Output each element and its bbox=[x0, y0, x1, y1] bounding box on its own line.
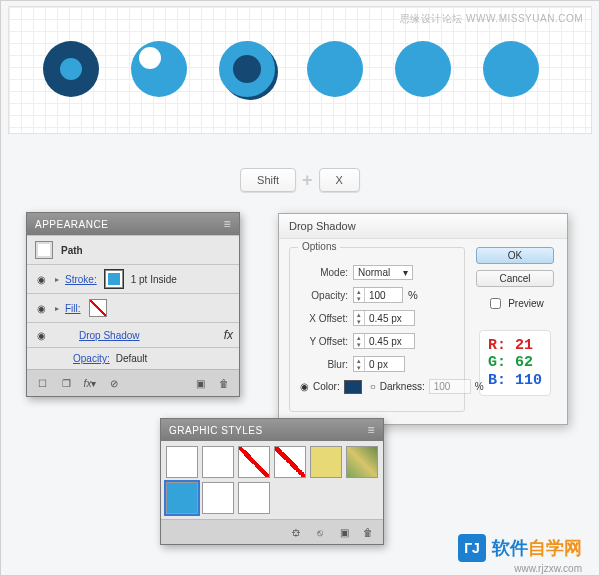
opacity-label: Opacity: bbox=[300, 290, 348, 301]
fill-none-swatch[interactable] bbox=[89, 299, 107, 317]
appearance-panel: APPEARANCE ≡ Path ◉ ▸ Stroke: 1 pt Insid… bbox=[26, 212, 240, 397]
style-swatch[interactable] bbox=[310, 446, 342, 478]
xoffset-label: X Offset: bbox=[300, 313, 348, 324]
appearance-row-opacity[interactable]: Opacity: Default bbox=[27, 347, 239, 369]
rgb-readout: R: 21 G: 62 B: 110 bbox=[479, 330, 551, 396]
new-style-icon[interactable]: ▣ bbox=[337, 525, 351, 539]
break-link-icon[interactable]: ⎋ bbox=[313, 525, 327, 539]
fx-icon[interactable]: fx bbox=[224, 328, 233, 342]
no-fill-icon[interactable]: ☐ bbox=[35, 376, 49, 390]
brand-icon: ГJ bbox=[458, 534, 486, 562]
drop-shadow-link[interactable]: Drop Shadow bbox=[79, 330, 140, 341]
percent-suffix: % bbox=[408, 289, 418, 301]
radio-on-icon: ◉ bbox=[300, 381, 309, 392]
darkness-input: 100 bbox=[429, 379, 471, 394]
mode-select[interactable]: Normal▾ bbox=[353, 265, 413, 280]
sample-circle-1 bbox=[43, 41, 99, 97]
options-fieldset: Options Mode: Normal▾ Opacity: ▴▾ 100 % … bbox=[289, 247, 465, 412]
yoffset-input[interactable]: ▴▾ 0.45 px bbox=[353, 333, 415, 349]
style-swatch[interactable] bbox=[274, 446, 306, 478]
brand-url: www.rjzxw.com bbox=[514, 563, 582, 574]
disclosure-triangle-icon[interactable]: ▸ bbox=[55, 304, 59, 313]
panel-menu-icon[interactable]: ≡ bbox=[367, 423, 375, 437]
brand-logo: ГJ 软件自学网 bbox=[458, 534, 582, 562]
fill-link[interactable]: Fill: bbox=[65, 303, 81, 314]
brand-text-a: 软件 bbox=[492, 538, 528, 558]
key-shift: Shift bbox=[240, 168, 296, 192]
cancel-button[interactable]: Cancel bbox=[476, 270, 554, 287]
library-icon[interactable]: ⯐ bbox=[289, 525, 303, 539]
opacity-link[interactable]: Opacity: bbox=[73, 353, 110, 364]
style-swatch[interactable] bbox=[238, 446, 270, 478]
sample-circle-6 bbox=[483, 41, 539, 97]
disclosure-triangle-icon[interactable]: ▸ bbox=[55, 275, 59, 284]
style-swatch[interactable] bbox=[346, 446, 378, 478]
path-label: Path bbox=[61, 245, 83, 256]
watermark-top: 思缘设计论坛 WWW.MISSYUAN.COM bbox=[400, 12, 583, 26]
sample-circle-5 bbox=[395, 41, 451, 97]
graphic-styles-footer: ⯐ ⎋ ▣ 🗑 bbox=[161, 519, 383, 544]
graphic-styles-title: GRAPHIC STYLES bbox=[169, 425, 263, 436]
visibility-eye-icon[interactable]: ◉ bbox=[33, 330, 49, 341]
key-x: X bbox=[319, 168, 360, 192]
appearance-row-drop-shadow[interactable]: ◉ Drop Shadow fx bbox=[27, 322, 239, 347]
trash-icon[interactable]: 🗑 bbox=[361, 525, 375, 539]
graphic-styles-header[interactable]: GRAPHIC STYLES ≡ bbox=[161, 419, 383, 441]
mode-label: Mode: bbox=[300, 267, 348, 278]
blur-label: Blur: bbox=[300, 359, 348, 370]
trash-icon[interactable]: 🗑 bbox=[217, 376, 231, 390]
appearance-panel-header[interactable]: APPEARANCE ≡ bbox=[27, 213, 239, 235]
visibility-eye-icon[interactable]: ◉ bbox=[33, 274, 49, 285]
plus-icon: + bbox=[302, 170, 313, 191]
keyboard-shortcut-hint: Shift + X bbox=[240, 168, 360, 192]
color-radio[interactable]: ◉ Color: bbox=[300, 380, 362, 394]
style-swatch[interactable] bbox=[202, 446, 234, 478]
stroke-value[interactable]: 1 pt Inside bbox=[131, 274, 177, 285]
chevron-down-icon: ▾ bbox=[403, 267, 408, 278]
radio-off-icon: ○ bbox=[370, 381, 376, 392]
ok-button[interactable]: OK bbox=[476, 247, 554, 264]
panel-menu-icon[interactable]: ≡ bbox=[223, 217, 231, 231]
appearance-row-stroke[interactable]: ◉ ▸ Stroke: 1 pt Inside bbox=[27, 264, 239, 293]
drop-shadow-dialog: Drop Shadow Options Mode: Normal▾ Opacit… bbox=[278, 213, 568, 425]
darkness-radio[interactable]: ○ Darkness: 100 % bbox=[370, 379, 484, 394]
blur-input[interactable]: ▴▾ 0 px bbox=[353, 356, 405, 372]
sample-circle-4 bbox=[307, 41, 363, 97]
stroke-swatch[interactable] bbox=[105, 270, 123, 288]
style-swatch-selected[interactable] bbox=[166, 482, 198, 514]
clear-icon[interactable]: ⊘ bbox=[107, 376, 121, 390]
opacity-value: Default bbox=[116, 353, 148, 364]
dialog-title: Drop Shadow bbox=[279, 214, 567, 239]
appearance-row-path[interactable]: Path bbox=[27, 235, 239, 264]
appearance-panel-footer: ☐ ❐ fx▾ ⊘ ▣ 🗑 bbox=[27, 369, 239, 396]
path-thumb-icon bbox=[35, 241, 53, 259]
graphic-styles-grid bbox=[161, 441, 383, 519]
style-swatch[interactable] bbox=[166, 446, 198, 478]
artboard-grid: 思缘设计论坛 WWW.MISSYUAN.COM bbox=[8, 6, 592, 134]
shadow-color-swatch[interactable] bbox=[344, 380, 362, 394]
style-swatch[interactable] bbox=[202, 482, 234, 514]
sample-circle-3 bbox=[219, 41, 275, 97]
appearance-row-fill[interactable]: ◉ ▸ Fill: bbox=[27, 293, 239, 322]
style-swatch[interactable] bbox=[238, 482, 270, 514]
preview-checkbox[interactable]: Preview bbox=[486, 295, 544, 312]
xoffset-input[interactable]: ▴▾ 0.45 px bbox=[353, 310, 415, 326]
new-icon[interactable]: ▣ bbox=[193, 376, 207, 390]
appearance-title: APPEARANCE bbox=[35, 219, 108, 230]
preview-checkbox-input[interactable] bbox=[490, 298, 501, 309]
sample-circle-2 bbox=[131, 41, 187, 97]
brand-text-b: 自学网 bbox=[528, 538, 582, 558]
fx-menu-icon[interactable]: fx▾ bbox=[83, 376, 97, 390]
options-legend: Options bbox=[298, 241, 340, 252]
stroke-link[interactable]: Stroke: bbox=[65, 274, 97, 285]
opacity-input[interactable]: ▴▾ 100 bbox=[353, 287, 403, 303]
duplicate-icon[interactable]: ❐ bbox=[59, 376, 73, 390]
graphic-styles-panel: GRAPHIC STYLES ≡ ⯐ ⎋ ▣ 🗑 bbox=[160, 418, 384, 545]
visibility-eye-icon[interactable]: ◉ bbox=[33, 303, 49, 314]
yoffset-label: Y Offset: bbox=[300, 336, 348, 347]
step-up-icon: ▴ bbox=[354, 288, 364, 295]
step-down-icon: ▾ bbox=[354, 295, 364, 302]
